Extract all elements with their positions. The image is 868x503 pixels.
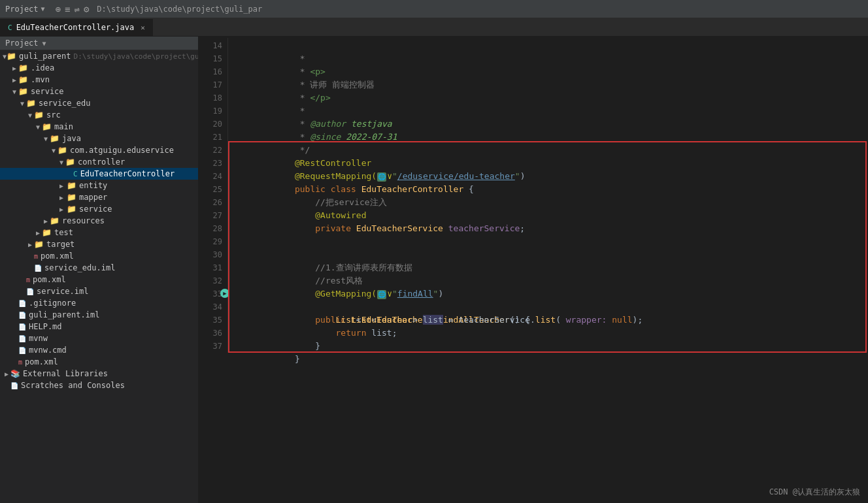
tree-item-target[interactable]: ▶ 📁 target xyxy=(0,238,198,250)
tree-item-idea[interactable]: ▶ 📁 .idea xyxy=(0,62,198,74)
path-hint: D:\study\java\code\project\guli_par xyxy=(74,52,199,61)
ln-19: 19 xyxy=(199,105,222,118)
tree-item-mvnw-cmd[interactable]: 📄 mvnw.cmd xyxy=(0,344,198,356)
tree-item-guli-parent-iml[interactable]: 📄 guli_parent.iml xyxy=(0,309,198,321)
list-icon[interactable]: ≡ xyxy=(65,4,70,14)
ln-24: ▼ 24 xyxy=(199,170,222,183)
ln-34: 34 xyxy=(199,300,222,314)
code-line-22: @RestController xyxy=(233,144,868,157)
tab-close-icon[interactable]: ✕ xyxy=(141,24,145,32)
code-line-36: } xyxy=(233,327,868,340)
code-line-32: @GetMapping(🌐∨"findAll") xyxy=(233,274,868,287)
tree-item-service2[interactable]: ▶ 📁 service xyxy=(0,203,198,215)
tree-item-com-atguigu[interactable]: ▼ 📁 com.atguigu.eduservice xyxy=(0,144,198,156)
tree-label-guli-parent-iml: guli_parent.iml xyxy=(29,310,99,319)
main-area: Project ▼ ▼ 📁 guli_parent D:\study\java\… xyxy=(0,37,868,503)
line-numbers: ▼ 14 15 16 17 18 19 20 21 ▼ 22 ▼ xyxy=(199,38,228,353)
tree-label-external-libs: External Libraries xyxy=(23,369,108,378)
tree-item-service[interactable]: ▼ 📁 service xyxy=(0,86,198,97)
dropdown-arrow[interactable]: ▼ xyxy=(41,5,45,12)
code-content: * * <p> * 讲师 前端控制器 * </p> xyxy=(228,38,868,353)
ln-32: 32 xyxy=(199,274,222,287)
ln-20: 20 xyxy=(199,118,222,131)
tree-item-gitignore[interactable]: 📄 .gitignore xyxy=(0,297,198,309)
tree-item-guli_parent[interactable]: ▼ 📁 guli_parent D:\study\java\code\proje… xyxy=(0,50,198,62)
project-label: Project ▼ xyxy=(5,5,45,14)
ln-36: 36 xyxy=(199,327,222,340)
code-line-35: return list; xyxy=(233,314,868,327)
ln-17: 17 xyxy=(199,78,222,91)
settings-icon[interactable]: ⚙ xyxy=(84,4,89,14)
code-line-17: * </p> xyxy=(233,78,868,91)
toolbar-icons: ⊕ ≡ ⇌ ⚙ xyxy=(56,4,90,14)
ln-37: 37 xyxy=(199,340,222,353)
tree-label-pom-service-edu: pom.xml xyxy=(41,252,74,261)
tree-item-external-libs[interactable]: ▶ 📚 External Libraries xyxy=(0,368,198,380)
tree-item-java[interactable]: ▼ 📁 java xyxy=(0,133,198,144)
ln-33: ▼ 33 xyxy=(199,287,222,300)
tree-label-mvn: .mvn xyxy=(31,75,50,84)
tree-label-service-edu-iml: service_edu.iml xyxy=(44,263,115,272)
ln-15: 15 xyxy=(199,52,222,65)
code-line-29 xyxy=(233,235,868,248)
tree-item-scratches[interactable]: 📄 Scratches and Consoles xyxy=(0,380,198,391)
tree-label-idea: .idea xyxy=(31,63,54,73)
tree-item-help-md[interactable]: 📄 HELP.md xyxy=(0,321,198,333)
tab-edu-teacher-controller[interactable]: C EduTeacherController.java ✕ xyxy=(0,19,154,36)
tree-item-mvn[interactable]: ▶ 📁 .mvn xyxy=(0,74,198,86)
ln-29: 29 xyxy=(199,235,222,248)
code-line-21: */ xyxy=(233,131,868,144)
ln-22: ▼ 22 xyxy=(199,144,222,157)
code-line-33: ▶ public List<EduTeacher> findAllTeacher… xyxy=(233,287,868,300)
ln-16: 16 xyxy=(199,65,222,78)
tree-label-mvnw-cmd: mvnw.cmd xyxy=(29,346,67,355)
gutter-run-icon[interactable]: ▶ xyxy=(220,289,229,298)
tree-label-EduTeacherController: EduTeacherController xyxy=(80,169,175,178)
tree-item-src[interactable]: ▼ 📁 src xyxy=(0,109,198,121)
watermark: CSDN @认真生活的灰太狼 xyxy=(769,487,860,498)
add-icon[interactable]: ⊕ xyxy=(56,4,61,14)
tree-item-resources[interactable]: ▶ 📁 resources xyxy=(0,215,198,227)
tree-item-service_edu[interactable]: ▼ 📁 service_edu xyxy=(0,97,198,109)
tree-item-pom-service-edu[interactable]: m pom.xml xyxy=(0,250,198,262)
tree-label-pom-service: pom.xml xyxy=(33,275,66,284)
tree-item-test[interactable]: ▶ 📁 test xyxy=(0,227,198,238)
tree-item-main[interactable]: ▼ 📁 main xyxy=(0,121,198,133)
sync-icon[interactable]: ⇌ xyxy=(74,4,79,14)
code-line-28 xyxy=(233,222,868,235)
project-dropdown[interactable]: ▼ xyxy=(42,40,46,47)
ln-23: ▼ 23 xyxy=(199,157,222,170)
tree-item-pom-root[interactable]: m pom.xml xyxy=(0,356,198,368)
tree-label-scratches: Scratches and Consoles xyxy=(21,381,125,390)
ln-14: ▼ 14 xyxy=(199,39,222,52)
code-line-25: //把service注入 xyxy=(233,183,868,196)
tree-item-controller[interactable]: ▼ 📁 controller xyxy=(0,156,198,168)
tree-item-EduTeacherController[interactable]: C EduTeacherController xyxy=(0,168,198,180)
code-line-24: public class EduTeacherController { xyxy=(233,170,868,183)
tree-label-service2: service xyxy=(79,204,112,214)
tree-item-mapper[interactable]: ▶ 📁 mapper xyxy=(0,191,198,203)
tree-item-service-edu-iml[interactable]: 📄 service_edu.iml xyxy=(0,262,198,274)
tree-item-pom-service[interactable]: m pom.xml xyxy=(0,274,198,285)
code-line-34: List<EduTeacher> list = teacherService.l… xyxy=(233,300,868,314)
ln-35: 35 xyxy=(199,314,222,327)
title-bar: Project ▼ ⊕ ≡ ⇌ ⚙ D:\study\java\code\pro… xyxy=(0,0,868,18)
tree-label-service_edu: service_edu xyxy=(39,99,90,108)
code-line-26: @Autowired xyxy=(233,196,868,209)
tree-label-service-iml: service.iml xyxy=(37,287,88,296)
ln-25: 25 xyxy=(199,183,222,196)
tree-item-service-iml[interactable]: 📄 service.iml xyxy=(0,285,198,297)
path-display: D:\study\java\code\project\guli_par xyxy=(94,5,863,14)
code-line-14: * xyxy=(233,39,868,52)
project-header-label: Project xyxy=(5,39,39,48)
code-line-18: * xyxy=(233,91,868,105)
ln-28: 28 xyxy=(199,222,222,235)
code-line-19: * @author testjava xyxy=(233,105,868,118)
tree-item-mvnw[interactable]: 📄 mvnw xyxy=(0,333,198,344)
tree-label-resources: resources xyxy=(62,216,105,225)
tree-item-entity[interactable]: ▶ 📁 entity xyxy=(0,180,198,191)
editor-area: ▼ 14 15 16 17 18 19 20 21 ▼ 22 ▼ xyxy=(199,37,868,503)
ln-27: 27 xyxy=(199,209,222,222)
tab-label: EduTeacherController.java xyxy=(16,23,135,32)
tab-java-icon: C xyxy=(8,24,12,32)
